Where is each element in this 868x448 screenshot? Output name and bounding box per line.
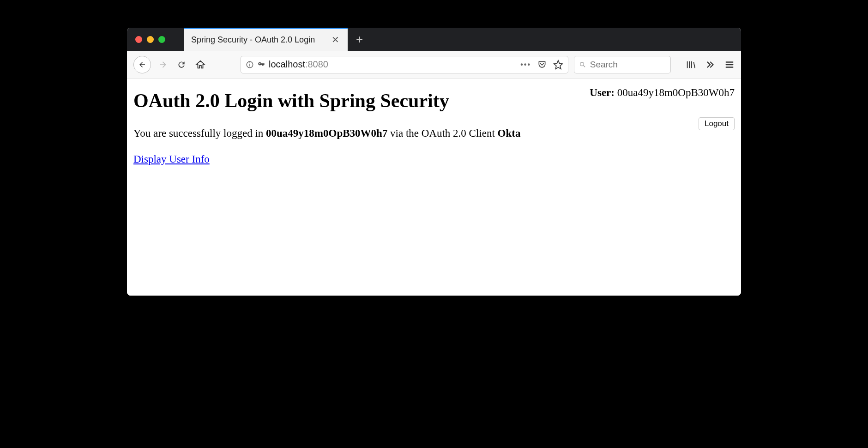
arrow-left-icon bbox=[138, 61, 146, 69]
search-input[interactable] bbox=[590, 60, 666, 70]
menu-icon[interactable] bbox=[724, 60, 735, 70]
more-icon[interactable]: ••• bbox=[520, 61, 531, 69]
status-user: 00ua49y18m0OpB30W0h7 bbox=[266, 127, 387, 139]
user-id: 00ua49y18m0OpB30W0h7 bbox=[617, 87, 735, 98]
reload-icon bbox=[177, 60, 186, 69]
forward-button bbox=[157, 58, 169, 71]
search-icon bbox=[579, 61, 586, 69]
svg-point-3 bbox=[580, 62, 584, 66]
url-actions: ••• bbox=[520, 60, 563, 70]
svg-rect-1 bbox=[249, 64, 250, 66]
tab-bar: Spring Security - OAuth 2.0 Login ✕ + bbox=[127, 28, 741, 51]
url-port: :8080 bbox=[305, 59, 328, 69]
close-window-button[interactable] bbox=[135, 36, 142, 43]
window-controls bbox=[135, 36, 165, 43]
search-bar[interactable] bbox=[574, 56, 671, 73]
home-icon bbox=[195, 60, 205, 70]
key-icon bbox=[258, 61, 265, 68]
url-text: localhost:8080 bbox=[269, 59, 328, 70]
new-tab-button[interactable]: + bbox=[356, 33, 363, 45]
close-tab-icon[interactable]: ✕ bbox=[331, 34, 340, 45]
pocket-icon[interactable] bbox=[537, 60, 547, 69]
toolbar: localhost:8080 ••• bbox=[127, 51, 741, 79]
home-button[interactable] bbox=[193, 58, 207, 72]
user-label: User: bbox=[590, 87, 617, 98]
browser-tab[interactable]: Spring Security - OAuth 2.0 Login ✕ bbox=[184, 28, 348, 51]
address-bar[interactable]: localhost:8080 ••• bbox=[241, 56, 568, 73]
user-info-block: User: 00ua49y18m0OpB30W0h7 Logout bbox=[590, 87, 735, 130]
maximize-window-button[interactable] bbox=[158, 36, 165, 43]
svg-point-2 bbox=[249, 62, 250, 63]
browser-window: Spring Security - OAuth 2.0 Login ✕ + lo… bbox=[127, 28, 741, 296]
reload-button[interactable] bbox=[175, 58, 188, 71]
arrow-right-icon bbox=[158, 60, 168, 69]
minimize-window-button[interactable] bbox=[147, 36, 154, 43]
status-prefix: You are successfully logged in bbox=[133, 127, 266, 139]
user-line: User: 00ua49y18m0OpB30W0h7 bbox=[590, 87, 735, 99]
status-client: Okta bbox=[498, 127, 521, 139]
tab-title: Spring Security - OAuth 2.0 Login bbox=[191, 35, 324, 45]
toolbar-right bbox=[686, 60, 735, 70]
info-icon[interactable] bbox=[246, 61, 254, 69]
url-host: localhost bbox=[269, 59, 305, 69]
page-content: User: 00ua49y18m0OpB30W0h7 Logout OAuth … bbox=[127, 79, 741, 296]
bookmark-star-icon[interactable] bbox=[553, 60, 563, 70]
overflow-icon[interactable] bbox=[705, 60, 715, 70]
back-button[interactable] bbox=[133, 56, 151, 73]
logout-button[interactable]: Logout bbox=[699, 117, 735, 130]
status-mid: via the OAuth 2.0 Client bbox=[387, 127, 497, 139]
svg-line-4 bbox=[584, 65, 585, 67]
library-icon[interactable] bbox=[686, 60, 696, 70]
display-user-info-link[interactable]: Display User Info bbox=[133, 153, 210, 165]
